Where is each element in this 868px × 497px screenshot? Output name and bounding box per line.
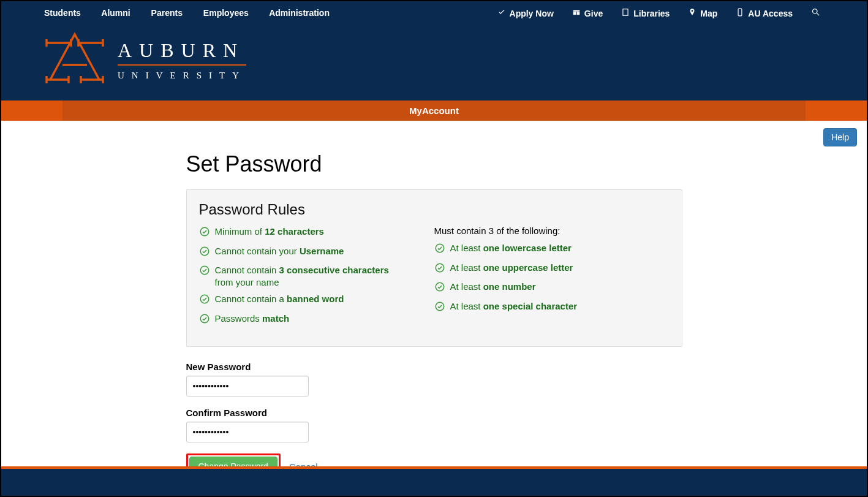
svg-line-6 (817, 13, 819, 15)
rule-username: Cannot contain your Username (199, 245, 434, 260)
check-circle-icon (199, 313, 210, 327)
svg-point-9 (200, 266, 209, 275)
svg-point-12 (436, 244, 444, 252)
nav-employees[interactable]: Employees (203, 8, 249, 18)
gift-icon (572, 8, 581, 17)
svg-point-14 (436, 283, 444, 291)
rule-special: At least one special character (434, 300, 670, 315)
svg-point-7 (200, 227, 209, 236)
rule-text: At least one lowercase letter (450, 242, 572, 254)
book-icon (621, 8, 630, 17)
check-circle-icon (434, 262, 445, 276)
auburn-logo-icon (44, 31, 118, 89)
check-icon (497, 8, 506, 17)
rule-text: Cannot contain a banned word (215, 293, 344, 305)
pin-icon (688, 8, 696, 17)
confirm-password-label: Confirm Password (186, 408, 682, 418)
new-password-input[interactable] (186, 376, 309, 396)
nav-give[interactable]: Give (572, 8, 603, 18)
svg-rect-2 (573, 10, 580, 11)
svg-point-10 (200, 295, 209, 303)
rules-columns: Minimum of 12 characters Cannot contain … (199, 226, 670, 332)
search-icon (811, 7, 820, 17)
page-bar: MyAccount (1, 101, 867, 121)
confirm-password-group: Confirm Password (186, 408, 682, 442)
check-circle-icon (199, 226, 210, 240)
nav-alumni[interactable]: Alumni (101, 8, 130, 18)
nav-apply-now-label: Apply Now (510, 9, 554, 18)
svg-rect-1 (576, 12, 579, 15)
check-circle-icon (434, 281, 445, 295)
rule-consecutive: Cannot contain 3 consecutive characters … (199, 264, 434, 288)
svg-point-13 (436, 264, 444, 272)
rule-text: Cannot contain your Username (215, 245, 344, 257)
check-circle-icon (434, 243, 445, 257)
svg-rect-3 (623, 9, 628, 15)
brand-text: AUBURN UNIVERSITY (118, 39, 246, 81)
nav-parents[interactable]: Parents (151, 8, 183, 18)
svg-rect-0 (573, 12, 576, 15)
nav-map-label: Map (700, 9, 717, 18)
top-nav: Students Alumni Parents Employees Admini… (44, 1, 824, 25)
brand-area: AUBURN UNIVERSITY (44, 25, 824, 101)
rule-text: At least one special character (450, 300, 578, 313)
nav-give-label: Give (584, 9, 603, 18)
nav-map[interactable]: Map (688, 8, 717, 18)
rule-banned: Cannot contain a banned word (199, 293, 434, 308)
phone-icon (736, 8, 744, 17)
check-circle-icon (199, 246, 210, 260)
new-password-group: New Password (186, 362, 682, 396)
content-area: Help Set Password Password Rules Minimum… (1, 121, 867, 496)
top-nav-left: Students Alumni Parents Employees Admini… (44, 8, 348, 18)
rule-text: At least one number (450, 281, 536, 293)
nav-libraries-label: Libraries (633, 9, 670, 18)
must-contain-label: Must contain 3 of the following: (434, 226, 670, 236)
nav-students[interactable]: Students (44, 8, 81, 18)
svg-rect-4 (738, 9, 742, 16)
check-circle-icon (199, 294, 210, 308)
brand-subtitle: UNIVERSITY (118, 70, 246, 81)
rule-lowercase: At least one lowercase letter (434, 242, 670, 257)
new-password-label: New Password (186, 362, 682, 372)
rule-uppercase: At least one uppercase letter (434, 262, 670, 276)
check-circle-icon (199, 265, 210, 279)
svg-point-11 (200, 314, 209, 323)
help-button[interactable]: Help (823, 128, 857, 146)
rule-text: Minimum of 12 characters (215, 226, 324, 238)
svg-point-15 (436, 302, 444, 311)
brand-name: AUBURN (118, 39, 246, 66)
rules-right-column: Must contain 3 of the following: At leas… (434, 226, 670, 332)
svg-point-8 (200, 247, 209, 256)
svg-point-5 (813, 9, 818, 14)
rule-text: Cannot contain 3 consecutive characters … (215, 264, 399, 288)
nav-au-access[interactable]: AU Access (736, 8, 793, 18)
check-circle-icon (434, 301, 445, 315)
nav-libraries[interactable]: Libraries (621, 8, 670, 18)
rule-min-chars: Minimum of 12 characters (199, 226, 434, 240)
nav-apply-now[interactable]: Apply Now (497, 8, 554, 18)
nav-search[interactable] (811, 7, 824, 18)
rules-left-column: Minimum of 12 characters Cannot contain … (199, 226, 434, 332)
rule-number: At least one number (434, 281, 670, 295)
site-header: Students Alumni Parents Employees Admini… (1, 1, 867, 101)
rules-panel-title: Password Rules (199, 201, 670, 218)
rule-text: Passwords match (215, 313, 290, 325)
rules-panel: Password Rules Minimum of 12 characters … (186, 189, 682, 347)
top-nav-right: Apply Now Give Libraries Map (479, 7, 824, 18)
form-container: Set Password Password Rules Minimum of 1… (186, 151, 682, 479)
site-footer (1, 466, 867, 496)
confirm-password-input[interactable] (186, 422, 309, 442)
nav-au-access-label: AU Access (748, 9, 793, 18)
page-title: Set Password (186, 151, 682, 177)
rule-text: At least one uppercase letter (450, 262, 573, 274)
nav-administration[interactable]: Administration (269, 8, 330, 18)
rule-match: Passwords match (199, 313, 434, 327)
page-bar-title: MyAccount (62, 101, 806, 121)
